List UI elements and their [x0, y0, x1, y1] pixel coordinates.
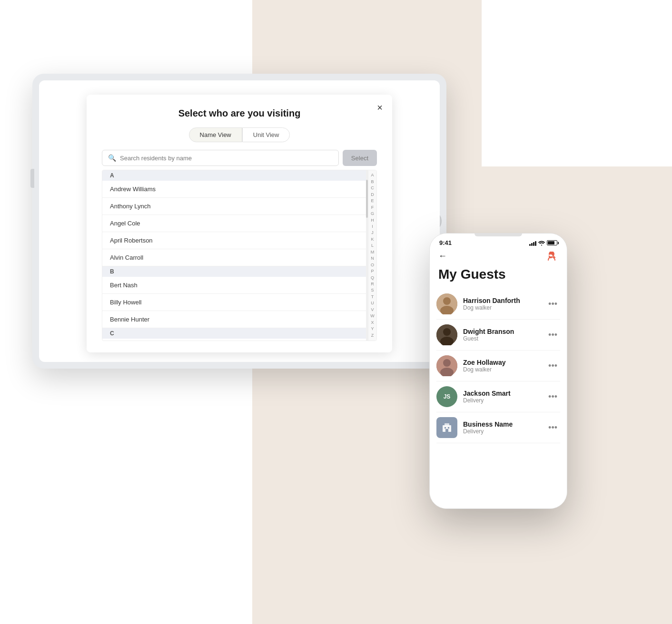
guest-info: Harrison Danforth Dog walker [463, 297, 545, 311]
section-header-b: B [102, 266, 366, 277]
modal-container: × Select who are you visiting Name View … [87, 95, 392, 352]
more-options-button[interactable]: ••• [545, 390, 560, 404]
list-item[interactable]: Alvin Carroll [102, 249, 366, 266]
guest-role: Dog walker [463, 366, 545, 373]
guest-name: Harrison Danforth [463, 297, 545, 304]
alpha-h[interactable]: H [371, 218, 374, 223]
list-item[interactable]: Bennie Hunter [102, 311, 366, 328]
avatar [436, 324, 457, 345]
alpha-t[interactable]: T [371, 294, 374, 300]
page-title: My Guests [430, 265, 567, 289]
svg-rect-12 [448, 427, 449, 429]
more-options-button[interactable]: ••• [545, 421, 560, 435]
alpha-e[interactable]: E [371, 198, 374, 204]
alpha-a[interactable]: A [371, 173, 374, 178]
status-icons [529, 240, 557, 246]
guest-info: Business Name Delivery [463, 420, 545, 435]
guest-list: Harrison Danforth Dog walker ••• Dwight … [430, 289, 567, 502]
alpha-g[interactable]: G [371, 211, 374, 216]
phone-notch [474, 234, 522, 236]
svg-rect-10 [445, 423, 449, 426]
back-button[interactable]: ← [438, 251, 447, 261]
guest-role: Delivery [463, 428, 545, 435]
list-item: JS Jackson Smart Delivery ••• [436, 381, 560, 412]
more-options-button[interactable]: ••• [545, 297, 560, 311]
alpha-r[interactable]: R [371, 282, 374, 287]
phone-nav: ← [430, 249, 567, 265]
select-button[interactable]: Select [343, 150, 377, 166]
avatar [436, 355, 457, 376]
guest-name: Dwight Branson [463, 328, 545, 335]
avatar [436, 293, 457, 314]
alpha-f[interactable]: F [371, 205, 374, 210]
guest-role: Dog walker [463, 304, 545, 311]
alpha-q[interactable]: Q [371, 275, 374, 281]
alpha-m[interactable]: M [371, 250, 375, 255]
alpha-o[interactable]: O [371, 263, 374, 268]
add-guest-icon[interactable] [548, 252, 558, 261]
guest-name: Jackson Smart [463, 390, 545, 397]
guest-info: Jackson Smart Delivery [463, 390, 545, 404]
alpha-i[interactable]: I [372, 224, 373, 229]
section-header-a: A [102, 170, 366, 181]
search-row: 🔍 Select [102, 150, 377, 166]
list-item[interactable]: Angel Cole [102, 215, 366, 232]
background-right-white [482, 0, 672, 166]
list-item: Zoe Hollaway Dog walker ••• [436, 351, 560, 381]
alpha-y[interactable]: Y [371, 326, 374, 332]
tab-unit-view[interactable]: Unit View [242, 127, 290, 142]
search-input[interactable] [120, 155, 333, 162]
alpha-s[interactable]: S [371, 288, 374, 293]
tablet-screen: × Select who are you visiting Name View … [39, 80, 440, 362]
tablet-device: × Select who are you visiting Name View … [32, 74, 446, 369]
list-item[interactable]: April Robertson [102, 232, 366, 249]
more-options-button[interactable]: ••• [545, 359, 560, 373]
avatar: JS [436, 386, 457, 407]
guest-name: Business Name [463, 420, 545, 428]
battery-icon [547, 240, 557, 245]
list-item[interactable]: Bert Nash [102, 277, 366, 294]
list-item: Dwight Branson Guest ••• [436, 320, 560, 351]
modal-close-button[interactable]: × [377, 102, 383, 113]
modal-title: Select who are you visiting [102, 108, 377, 119]
alpha-k[interactable]: K [371, 237, 374, 242]
resident-list-container: A Andrew Williams Anthony Lynch Angel Co… [102, 170, 377, 341]
guest-role: Guest [463, 335, 545, 342]
list-item: Business Name Delivery ••• [436, 412, 560, 443]
phone-device: 9:41 ← [429, 233, 567, 509]
alpha-v[interactable]: V [371, 307, 374, 312]
status-time: 9:41 [439, 239, 452, 246]
resident-list[interactable]: A Andrew Williams Anthony Lynch Angel Co… [102, 170, 366, 341]
alpha-n[interactable]: N [371, 256, 374, 261]
list-item[interactable]: Anthony Lynch [102, 198, 366, 215]
alpha-c[interactable]: C [371, 185, 374, 191]
svg-point-4 [443, 328, 451, 336]
alpha-w[interactable]: W [370, 313, 375, 319]
list-item: Harrison Danforth Dog walker ••• [436, 289, 560, 320]
guest-name: Zoe Hollaway [463, 359, 545, 366]
tab-name-view[interactable]: Name View [189, 127, 242, 142]
guest-info: Dwight Branson Guest [463, 328, 545, 342]
list-item[interactable]: Billy Howell [102, 294, 366, 311]
list-item[interactable]: Carroll Elliott [102, 339, 366, 341]
alpha-p[interactable]: P [371, 269, 374, 274]
alpha-x[interactable]: X [371, 320, 374, 325]
svg-rect-11 [445, 427, 446, 429]
tablet-side-button [30, 169, 34, 188]
more-options-button[interactable]: ••• [545, 328, 560, 342]
alpha-b[interactable]: B [371, 179, 374, 185]
svg-rect-13 [445, 429, 448, 432]
phone-screen: 9:41 ← [430, 234, 567, 508]
search-icon: 🔍 [108, 154, 116, 162]
alpha-d[interactable]: D [371, 192, 374, 197]
alphabet-navigation: A B C D E F G H I J K L M N O P Q [368, 170, 376, 341]
guest-role: Delivery [463, 397, 545, 404]
list-item[interactable]: Andrew Williams [102, 181, 366, 198]
alpha-z[interactable]: Z [371, 333, 374, 338]
alpha-u[interactable]: U [371, 301, 374, 306]
alpha-j[interactable]: J [371, 230, 374, 235]
search-input-wrap[interactable]: 🔍 [102, 150, 339, 166]
svg-point-7 [443, 359, 451, 367]
svg-point-1 [443, 297, 451, 305]
alpha-l[interactable]: L [371, 243, 374, 248]
